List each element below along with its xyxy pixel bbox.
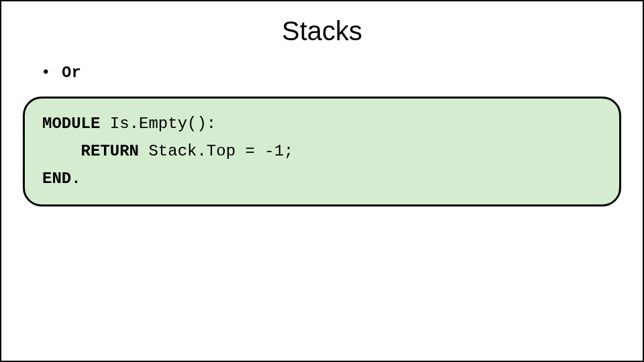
code-block: MODULE Is.Empty(): RETURN Stack.Top = -1… [23, 97, 621, 206]
code-line-3: END. [42, 166, 602, 193]
bullet-item: • Or [43, 62, 624, 82]
keyword-module: MODULE [42, 115, 100, 133]
code-text-module: Is.Empty(): [100, 115, 216, 133]
code-indent [42, 142, 81, 160]
slide-frame: Stacks • Or MODULE Is.Empty(): RETURN St… [0, 0, 644, 362]
code-text-return: Stack.Top = -1; [139, 142, 293, 160]
code-line-1: MODULE Is.Empty(): [42, 111, 602, 138]
code-line-2: RETURN Stack.Top = -1; [42, 138, 602, 166]
keyword-return: RETURN [81, 142, 139, 160]
bullet-text: Or [62, 64, 81, 82]
bullet-dot: • [43, 62, 62, 81]
slide-title: Stacks [20, 16, 624, 46]
keyword-end: END. [42, 170, 81, 188]
